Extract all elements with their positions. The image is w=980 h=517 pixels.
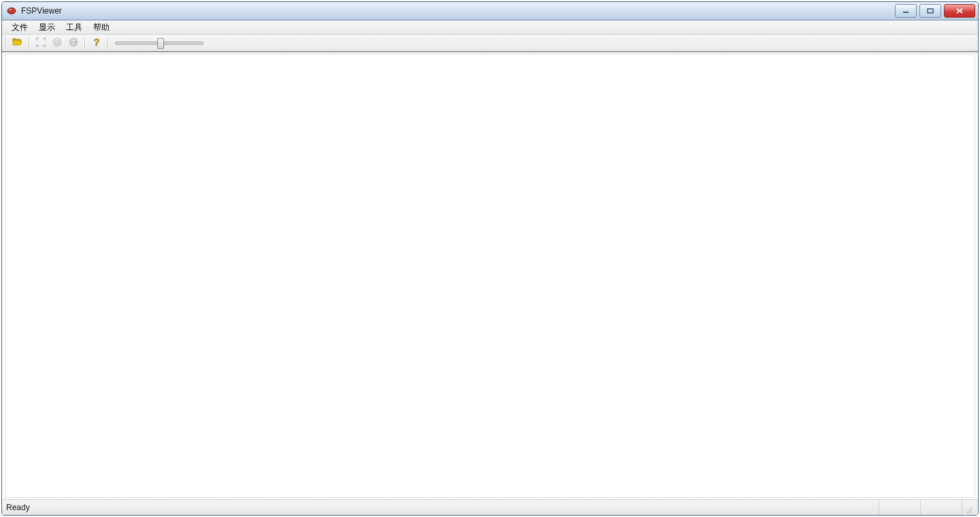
target-icon (52, 37, 63, 50)
resize-grip[interactable] (962, 500, 974, 515)
window-control-buttons (895, 4, 975, 18)
svg-point-17 (970, 507, 972, 509)
help-button[interactable]: ? (89, 36, 104, 50)
window-title: FSPViewer (21, 6, 895, 16)
fullscreen-icon (35, 37, 46, 50)
viewport-area[interactable] (5, 54, 975, 498)
menu-view[interactable]: 显示 (33, 20, 61, 35)
target-button[interactable] (50, 36, 65, 50)
svg-point-16 (968, 510, 970, 511)
menu-file[interactable]: 文件 (6, 20, 33, 35)
menu-bar: 文件 显示 工具 帮助 (2, 20, 978, 35)
menu-tools[interactable]: 工具 (61, 20, 88, 35)
toolbar-separator (29, 37, 30, 49)
toolbar-separator (84, 37, 86, 49)
app-icon (6, 5, 17, 16)
globe-icon (68, 37, 79, 50)
open-button[interactable] (10, 36, 25, 50)
app-window: FSPViewer 文件 显示 工具 帮助 (1, 1, 979, 516)
svg-rect-3 (928, 9, 933, 13)
zoom-slider[interactable] (115, 37, 203, 49)
toolbar-separator (5, 37, 7, 49)
svg-point-12 (970, 512, 972, 513)
menu-help[interactable]: 帮助 (88, 20, 115, 35)
toolbar: ? (2, 35, 978, 52)
svg-point-14 (970, 510, 972, 511)
close-button[interactable] (944, 4, 975, 18)
open-folder-icon (12, 37, 23, 50)
status-cell (879, 500, 920, 515)
svg-point-0 (7, 8, 16, 14)
svg-point-13 (968, 512, 970, 513)
svg-point-6 (54, 38, 61, 46)
status-bar: Ready (2, 499, 978, 515)
svg-point-7 (56, 40, 59, 44)
globe-button[interactable] (66, 36, 81, 50)
help-icon: ? (91, 37, 102, 50)
toolbar-separator (108, 37, 109, 49)
maximize-button[interactable] (919, 4, 941, 18)
slider-thumb[interactable] (157, 38, 164, 49)
fullscreen-button[interactable] (33, 36, 48, 50)
svg-point-15 (966, 512, 968, 513)
status-text: Ready (6, 503, 879, 512)
svg-point-1 (10, 9, 12, 10)
minimize-button[interactable] (895, 4, 917, 18)
svg-text:?: ? (94, 37, 100, 48)
status-cell (920, 500, 962, 515)
title-bar: FSPViewer (2, 2, 978, 20)
